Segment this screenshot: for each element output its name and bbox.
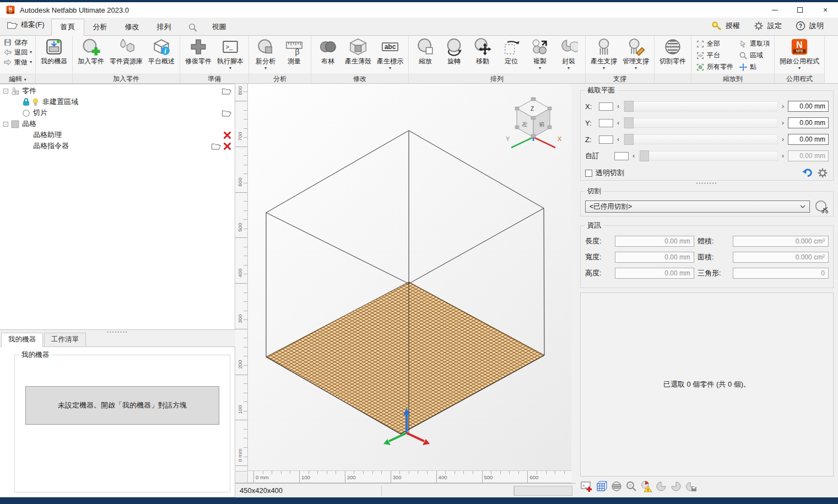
slider-right-arrow[interactable]: › (782, 103, 784, 110)
ribbon-button-move[interactable]: 移動 (468, 37, 497, 71)
cube-front-face-label[interactable]: 前 (539, 121, 545, 127)
clip-x-enable-checkbox[interactable] (599, 102, 613, 111)
tree-action-folder-button[interactable] (211, 141, 221, 151)
ribbon-button-create-shell[interactable]: 產生薄殼 (342, 37, 374, 71)
ribbon-button-new-analysis[interactable]: 新分析▾ (251, 37, 280, 71)
clip-custom-enable-checkbox[interactable] (614, 152, 629, 160)
clip-y-value-input[interactable] (788, 117, 829, 128)
file-menu-button[interactable]: 檔案(F) (0, 18, 51, 35)
clip-z-slider[interactable] (623, 134, 777, 144)
tree-item-no-build-zone[interactable]: 非建置區域 (0, 96, 235, 107)
slider-thumb[interactable] (640, 150, 649, 161)
tree-item-parts[interactable]: -零件 (0, 85, 235, 96)
canvas-3d[interactable]: Z 左 前 Y X (248, 84, 571, 471)
ribbon-button-duplicate[interactable]: 複製▾ (526, 37, 554, 71)
tree-item-lattice[interactable]: -晶格 (0, 118, 235, 129)
ribbon-button-create-support[interactable]: 產生支撐▾ (588, 37, 620, 71)
ribbon-button-zoom-all[interactable]: 全部 (694, 38, 736, 50)
ribbon-button-rotate[interactable]: 旋轉 (440, 37, 468, 71)
part-repair-warning-button[interactable]: ! (640, 480, 653, 493)
slider-thumb[interactable] (624, 101, 634, 112)
ribbon-button-add-parts[interactable]: 加入零件 (75, 37, 107, 71)
save-part-button[interactable] (684, 480, 698, 493)
clip-z-enable-checkbox[interactable] (599, 136, 613, 144)
ribbon-button-measure[interactable]: β測量 (280, 37, 309, 71)
ribbon-button-undo[interactable]: 退回▾ (3, 47, 32, 57)
tab-view[interactable]: 視圖 (203, 19, 235, 35)
ribbon-button-zoom-point[interactable]: 點 (737, 61, 772, 73)
expander-icon[interactable]: - (3, 122, 8, 127)
new-cut-button[interactable] (814, 199, 829, 214)
clip-y-slider[interactable] (623, 118, 777, 128)
ribbon-button-zoom-region[interactable]: 區域 (737, 50, 772, 61)
right-splitter[interactable]: ▪▪▪▪▪▪▪▪ (580, 181, 834, 186)
ribbon-button-redo[interactable]: 重做▾ (3, 57, 32, 67)
clipping-settings-button[interactable] (817, 167, 829, 179)
slider-right-arrow[interactable]: › (782, 153, 784, 159)
ribbon-button-open-utility[interactable]: NNFB開啟公用程式▾ (777, 37, 822, 71)
rotate-part-left-button[interactable] (655, 480, 668, 493)
ribbon-button-platform-overview[interactable]: i平台概述 (145, 37, 177, 71)
ribbon-button-cut-parts[interactable]: 切割零件 (657, 37, 689, 71)
expander-icon[interactable]: - (3, 89, 8, 94)
ribbon-button-boolean[interactable]: 布林 (313, 37, 342, 71)
slider-thumb[interactable] (624, 117, 634, 128)
tab-my-machines[interactable]: 我的機器 (1, 333, 43, 347)
tree-item-lattice-commander[interactable]: 晶格指令器 (0, 140, 235, 151)
minimize-button[interactable] (762, 2, 787, 18)
tab-job-list[interactable]: 工作清單 (44, 333, 86, 346)
close-button[interactable]: × (813, 2, 838, 18)
slider-left-arrow[interactable]: ‹ (617, 103, 619, 110)
tab-analysis[interactable]: 分析 (84, 19, 116, 35)
slider-left-arrow[interactable]: ‹ (617, 136, 619, 143)
cube-z-label[interactable]: Z (531, 106, 534, 112)
ribbon-button-my-machines[interactable]: 我的機器 (38, 37, 70, 71)
ribbon-button-create-label[interactable]: abc產生標示▾ (374, 37, 406, 71)
tree-action-folder-button[interactable] (221, 108, 231, 118)
ribbon-button-orient[interactable]: 定位 (497, 37, 526, 71)
tree-action-delete-button[interactable] (223, 142, 231, 150)
slider-right-arrow[interactable]: › (782, 120, 784, 126)
clip-x-slider[interactable] (623, 101, 777, 111)
tree-item-slices[interactable]: 切片 (0, 107, 235, 118)
ribbon-button-zoom-selection[interactable]: 選取項 (737, 38, 772, 50)
search-icon[interactable] (180, 23, 203, 35)
tab-modify[interactable]: 修改 (116, 19, 148, 35)
ribbon-button-part-library[interactable]: 零件資源庫 (107, 37, 145, 71)
ribbon-group-label-edit[interactable]: 編輯 ▾ (0, 74, 35, 83)
settings-button[interactable]: 設定 (748, 19, 787, 33)
clip-z-value-input[interactable] (788, 134, 829, 145)
ribbon-button-manage-support[interactable]: 管理支撐▾ (620, 37, 652, 71)
tree-item-lattice-assistant[interactable]: 晶格助理 (0, 129, 235, 140)
ribbon-button-save[interactable]: 儲存 (3, 37, 28, 47)
ribbon-button-zoom-platform[interactable]: 平台 (694, 50, 736, 61)
ribbon-button-zoom-all-parts[interactable]: 所有零件 (694, 61, 736, 73)
reset-clipping-button[interactable] (801, 167, 813, 179)
cube-left-face-label[interactable]: 左 (522, 121, 528, 127)
ribbon-button-repair-parts[interactable]: 修復零件 (182, 37, 214, 71)
slider-left-arrow[interactable]: ‹ (617, 120, 619, 126)
new-script-button[interactable]: >_ (580, 480, 593, 493)
tree-action-delete-button[interactable] (223, 131, 231, 139)
lattice-view-button[interactable] (595, 480, 608, 493)
tab-home[interactable]: 首頁 (51, 19, 84, 36)
license-button[interactable]: 授權 (706, 19, 745, 33)
clip-y-enable-checkbox[interactable] (599, 119, 613, 127)
configure-machine-button[interactable]: 未設定機器。開啟「我的機器」對話方塊 (25, 386, 219, 425)
cuts-dropdown[interactable]: <已停用切割> (585, 200, 810, 213)
ribbon-button-scale[interactable]: 縮放 (411, 37, 440, 71)
tab-arrange[interactable]: 排列 (148, 19, 180, 35)
slider-right-arrow[interactable]: › (782, 136, 784, 143)
slider-thumb[interactable] (624, 134, 634, 145)
maximize-button[interactable] (787, 2, 813, 18)
ribbon-button-pack[interactable]: 封裝▾ (554, 37, 583, 71)
ribbon-button-run-script[interactable]: >_執行腳本▾ (214, 37, 246, 71)
inspect-part-button[interactable] (625, 480, 638, 493)
help-button[interactable]: ?說明 (790, 19, 829, 33)
clip-custom-slider[interactable] (639, 151, 777, 161)
rotate-part-right-button[interactable] (669, 480, 683, 493)
transparent-cut-checkbox[interactable] (585, 170, 592, 177)
slider-left-arrow[interactable]: ‹ (632, 153, 635, 159)
navigation-cube[interactable]: Z 左 前 Y X (506, 97, 562, 148)
slice-view-button[interactable] (610, 480, 623, 493)
